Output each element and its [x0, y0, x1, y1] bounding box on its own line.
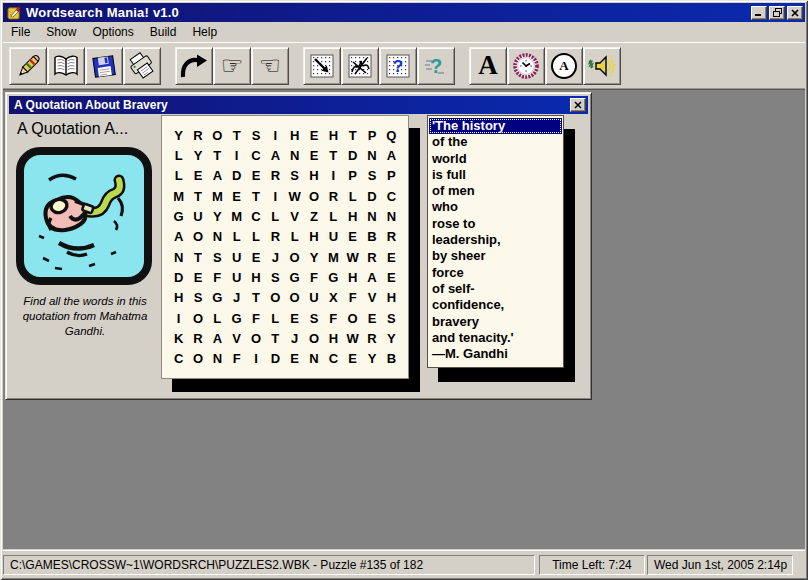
grid-letter[interactable]: L [246, 227, 265, 247]
hint-word-button[interactable]: ? [379, 47, 417, 85]
grid-letter[interactable]: A [382, 145, 401, 165]
grid-letter[interactable]: L [208, 308, 227, 328]
grid-letter[interactable]: T [188, 247, 207, 267]
grid-letter[interactable]: P [343, 166, 362, 186]
grid-letter[interactable]: B [382, 349, 401, 369]
grid-letter[interactable]: T [188, 186, 207, 206]
grid-letter[interactable]: L [343, 186, 362, 206]
grid-letter[interactable]: C [324, 349, 343, 369]
grid-letter[interactable]: W [343, 328, 362, 348]
grid-letter[interactable]: H [285, 125, 304, 145]
pencil-button[interactable] [9, 47, 47, 85]
grid-letter[interactable]: T [246, 288, 265, 308]
grid-letter[interactable]: U [227, 247, 246, 267]
word-list-item[interactable]: and tenacity.' [429, 330, 562, 346]
grid-letter[interactable]: D [362, 186, 381, 206]
grid-letter[interactable]: E [304, 145, 323, 165]
grid-letter[interactable]: U [227, 267, 246, 287]
sound-button[interactable] [583, 47, 621, 85]
menu-item-build[interactable]: Build [142, 23, 185, 41]
grid-letter[interactable]: O [266, 288, 285, 308]
word-list-item[interactable]: by sheer [429, 248, 562, 264]
grid-letter[interactable]: X [324, 288, 343, 308]
grid-letter[interactable]: E [343, 227, 362, 247]
grid-letter[interactable]: S [304, 308, 323, 328]
grid-letter[interactable]: L [324, 206, 343, 226]
minimize-button[interactable] [751, 6, 767, 20]
grid-letter[interactable]: R [362, 247, 381, 267]
solve-word-button[interactable] [303, 47, 341, 85]
grid-letter[interactable]: R [266, 227, 285, 247]
grid-letter[interactable]: E [382, 247, 401, 267]
grid-letter[interactable]: H [304, 227, 323, 247]
word-list-item[interactable]: world [429, 151, 562, 167]
grid-letter[interactable]: I [266, 186, 285, 206]
grid-letter[interactable]: G [285, 267, 304, 287]
grid-letter[interactable]: E [362, 308, 381, 328]
hint-button[interactable]: ? [417, 47, 455, 85]
grid-letter[interactable]: N [285, 145, 304, 165]
grid-letter[interactable]: A [266, 145, 285, 165]
grid-letter[interactable]: H [324, 125, 343, 145]
grid-letter[interactable]: U [324, 227, 343, 247]
word-list-item[interactable]: force [429, 265, 562, 281]
grid-letter[interactable]: O [343, 308, 362, 328]
grid-letter[interactable]: S [285, 166, 304, 186]
grid-letter[interactable]: G [227, 308, 246, 328]
previous-puzzle-button[interactable]: ☜ [251, 47, 289, 85]
grid-letter[interactable]: W [343, 247, 362, 267]
grid-letter[interactable]: E [188, 166, 207, 186]
grid-letter[interactable]: S [362, 166, 381, 186]
grid-letter[interactable]: N [362, 206, 381, 226]
word-list-item[interactable]: of the [429, 134, 562, 150]
grid-letter[interactable]: O [188, 308, 207, 328]
grid-letter[interactable]: I [246, 349, 265, 369]
grid-letter[interactable]: R [362, 328, 381, 348]
grid-letter[interactable]: F [304, 267, 323, 287]
close-button[interactable] [787, 6, 803, 20]
word-list-item[interactable]: is full [429, 167, 562, 183]
grid-letter[interactable]: F [208, 267, 227, 287]
skip-puzzle-button[interactable] [175, 47, 213, 85]
grid-letter[interactable]: C [169, 349, 188, 369]
solve-puzzle-button[interactable] [341, 47, 379, 85]
grid-letter[interactable]: O [188, 227, 207, 247]
grid-letter[interactable]: N [304, 349, 323, 369]
grid-letter[interactable]: Y [362, 349, 381, 369]
word-list-item[interactable]: rose to [429, 216, 562, 232]
grid-letter[interactable]: J [285, 328, 304, 348]
word-list-item[interactable]: confidence, [429, 297, 562, 313]
grid-letter[interactable]: M [169, 186, 188, 206]
grid-letter[interactable]: S [188, 288, 207, 308]
grid-letter[interactable]: T [343, 125, 362, 145]
grid-letter[interactable]: T [246, 186, 265, 206]
print-button[interactable] [123, 47, 161, 85]
grid-letter[interactable]: M [324, 247, 343, 267]
grid-letter[interactable]: E [246, 166, 265, 186]
grid-letter[interactable]: S [208, 247, 227, 267]
grid-letter[interactable]: L [285, 227, 304, 247]
grid-letter[interactable]: H [324, 328, 343, 348]
grid-letter[interactable]: H [343, 267, 362, 287]
puzzle-close-button[interactable] [570, 98, 586, 112]
grid-letter[interactable]: S [246, 125, 265, 145]
grid-letter[interactable]: A [169, 227, 188, 247]
grid-letter[interactable]: N [382, 206, 401, 226]
grid-letter[interactable]: F [324, 308, 343, 328]
grid-letter[interactable]: R [266, 166, 285, 186]
grid-letter[interactable]: W [285, 186, 304, 206]
grid-letter[interactable]: D [343, 145, 362, 165]
grid-letter[interactable]: T [266, 328, 285, 348]
grid-letter[interactable]: Z [304, 206, 323, 226]
grid-letter[interactable]: E [285, 308, 304, 328]
grid-letter[interactable]: F [246, 308, 265, 328]
menu-item-help[interactable]: Help [184, 23, 225, 41]
grid-letter[interactable]: H [304, 166, 323, 186]
grid-letter[interactable]: O [304, 186, 323, 206]
grid-letter[interactable]: B [362, 227, 381, 247]
word-list-item[interactable]: who [429, 199, 562, 215]
grid-letter[interactable]: O [188, 349, 207, 369]
grid-letter[interactable]: V [227, 328, 246, 348]
grid-letter[interactable]: Y [169, 125, 188, 145]
grid-letter[interactable]: L [266, 308, 285, 328]
